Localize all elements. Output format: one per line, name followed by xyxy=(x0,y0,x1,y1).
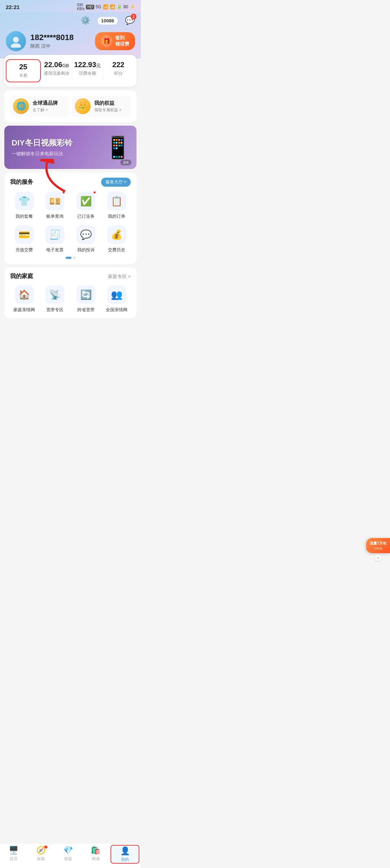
brand-global-icon: 🌐 xyxy=(13,98,29,114)
services-grid: 👕 我的套餐 💴 账单查询 ✅ 已订业务 📋 xyxy=(10,192,131,253)
kinship-net-label: 家庭亲情网 xyxy=(13,307,35,313)
stat-coupons-label: 卡券 xyxy=(8,73,39,79)
svg-point-0 xyxy=(13,37,19,43)
brand-benefits-text: 我的权益 领取专属权益 > xyxy=(94,100,121,113)
stat-data-label: 通用流量剩余 xyxy=(42,70,72,77)
stat-balance[interactable]: 122.93元 话费余额 xyxy=(72,61,103,81)
service-e-invoice[interactable]: 🧾 电子发票 xyxy=(41,225,69,253)
national-kinship-icon-wrap: 👥 xyxy=(107,285,126,304)
services-header: 我的服务 服务大厅 > xyxy=(10,178,131,187)
sign-in-icon: 🎁 xyxy=(101,35,112,47)
service-complaint[interactable]: 💬 我的投诉 xyxy=(72,225,100,253)
brand-row: 🌐 全球通品牌 去了解 > 👑 我的权益 领取专属权益 > xyxy=(10,95,131,117)
payment-history-icon: 💰 xyxy=(111,229,122,240)
subscribed-label: 已订业务 xyxy=(77,213,95,220)
status-icons: 936KB/s HD 5G 📶 📶 🔋 80 ⚡ xyxy=(77,3,135,11)
settings-button[interactable]: ⚙️ xyxy=(80,15,91,26)
status-bar: 22:21 936KB/s HD 5G 📶 📶 🔋 80 ⚡ xyxy=(0,0,141,12)
service-payment-history[interactable]: 💰 交费历史 xyxy=(103,225,131,253)
dot-2 xyxy=(73,257,75,259)
family-broadband[interactable]: 📡 宽带专区 xyxy=(41,285,69,313)
subscribed-icon: ✅ xyxy=(80,196,92,207)
service-number[interactable]: 10086 xyxy=(98,17,118,25)
service-recharge[interactable]: 💳 充值交费 xyxy=(10,225,38,253)
status-time: 22:21 xyxy=(6,4,20,10)
svg-point-1 xyxy=(11,43,21,48)
5g-icon: 5G xyxy=(96,4,101,9)
content-area: 25 卡券 22.06GB 通用流量剩余 122.93元 话费余额 222 积分… xyxy=(0,55,141,351)
message-button[interactable]: 💬 2 xyxy=(124,15,135,26)
flash-icon: ⚡ xyxy=(130,4,135,9)
bill-query-label: 账单查询 xyxy=(46,213,64,220)
subscribed-icon-wrap: ✅ xyxy=(77,192,95,211)
profile-info: 182****8018 陕西 汉中 xyxy=(30,33,74,49)
recharge-label: 充值交费 xyxy=(16,247,33,253)
stat-coupons[interactable]: 25 卡券 xyxy=(6,59,41,82)
banner-subtitle: 一键解锁冬日来电新玩法 xyxy=(12,151,73,157)
brand-global-text: 全球通品牌 去了解 > xyxy=(32,100,58,113)
stat-balance-label: 话费余额 xyxy=(72,70,103,77)
my-plan-icon-wrap: 👕 xyxy=(15,192,34,211)
cross-province-icon-wrap: 🔄 xyxy=(77,285,95,304)
banner-illustration: 📱 xyxy=(104,135,131,160)
service-bill-query[interactable]: 💴 账单查询 xyxy=(41,192,69,220)
services-hall-button[interactable]: 服务大厅 > xyxy=(101,178,131,187)
banner-text: DIY冬日视频彩铃 一键解锁冬日来电新玩法 xyxy=(12,138,73,157)
avatar-icon xyxy=(9,35,22,48)
phone-number: 182****8018 xyxy=(30,33,74,42)
network-speed: 936KB/s xyxy=(77,3,84,11)
signal-icon: 📶 xyxy=(103,4,108,9)
header-top: ⚙️ 10086 💬 2 xyxy=(6,15,135,26)
stat-points[interactable]: 222 积分 xyxy=(103,61,134,81)
my-order-icon: 📋 xyxy=(111,196,122,207)
my-order-icon-wrap: 📋 xyxy=(107,192,126,211)
profile-left: 182****8018 陕西 汉中 xyxy=(6,31,74,51)
cross-province-icon: 🔄 xyxy=(80,289,92,300)
brand-global[interactable]: 🌐 全球通品牌 去了解 > xyxy=(10,95,69,117)
family-national-kinship[interactable]: 👥 全国亲情网 xyxy=(103,285,131,313)
dot-1 xyxy=(66,257,72,259)
complaint-label: 我的投诉 xyxy=(77,247,95,253)
complaint-icon-wrap: 💬 xyxy=(77,225,95,244)
wifi-icon: 📶 xyxy=(110,4,115,9)
family-kinship-net[interactable]: 🏠 家庭亲情网 xyxy=(10,285,38,313)
brand-benefits[interactable]: 👑 我的权益 领取专属权益 > xyxy=(72,95,131,117)
service-subscribed[interactable]: ✅ 已订业务 xyxy=(72,192,100,220)
payment-history-label: 交费历史 xyxy=(108,247,125,253)
subscribed-dot xyxy=(93,191,96,194)
sign-in-button[interactable]: 🎁 签到 领话费 xyxy=(95,32,135,50)
bill-query-dot xyxy=(62,191,65,194)
location: 陕西 汉中 xyxy=(30,43,74,49)
payment-history-icon-wrap: 💰 xyxy=(107,225,126,244)
banner-title: DIY冬日视频彩铃 xyxy=(12,138,73,148)
e-invoice-icon-wrap: 🧾 xyxy=(46,225,64,244)
stat-points-value: 222 xyxy=(103,61,134,69)
brand-benefits-icon: 👑 xyxy=(75,98,91,114)
services-title: 我的服务 xyxy=(10,178,33,186)
national-kinship-icon: 👥 xyxy=(111,289,122,300)
kinship-net-icon-wrap: 🏠 xyxy=(15,285,34,304)
sign-in-text: 签到 领话费 xyxy=(115,35,129,47)
battery-icon: 🔋 xyxy=(117,4,122,9)
promo-banner[interactable]: DIY冬日视频彩铃 一键解锁冬日来电新玩法 📱 3/4 xyxy=(4,126,136,169)
broadband-icon: 📡 xyxy=(49,289,61,300)
my-order-label: 我的订单 xyxy=(108,213,125,220)
broadband-label: 宽带专区 xyxy=(46,307,64,313)
recharge-icon: 💳 xyxy=(18,229,30,240)
avatar[interactable] xyxy=(6,31,26,51)
broadband-icon-wrap: 📡 xyxy=(46,285,64,304)
family-header: 我的家庭 家庭专区 > xyxy=(10,273,131,280)
stat-balance-value: 122.93元 xyxy=(72,61,103,69)
service-my-order[interactable]: 📋 我的订单 xyxy=(103,192,131,220)
bill-query-icon-wrap: 💴 xyxy=(46,192,64,211)
recharge-icon-wrap: 💳 xyxy=(15,225,34,244)
e-invoice-label: 电子发票 xyxy=(46,247,64,253)
settings-icon: ⚙️ xyxy=(81,16,90,25)
stats-row: 25 卡券 22.06GB 通用流量剩余 122.93元 话费余额 222 积分 xyxy=(4,55,136,87)
family-zone-link[interactable]: 家庭专区 > xyxy=(108,273,131,280)
stat-data[interactable]: 22.06GB 通用流量剩余 xyxy=(42,61,73,81)
family-cross-province[interactable]: 🔄 跨省宽带 xyxy=(72,285,100,313)
hd-icon: HD xyxy=(86,5,94,9)
service-my-plan[interactable]: 👕 我的套餐 xyxy=(10,192,38,220)
e-invoice-icon: 🧾 xyxy=(49,229,61,240)
